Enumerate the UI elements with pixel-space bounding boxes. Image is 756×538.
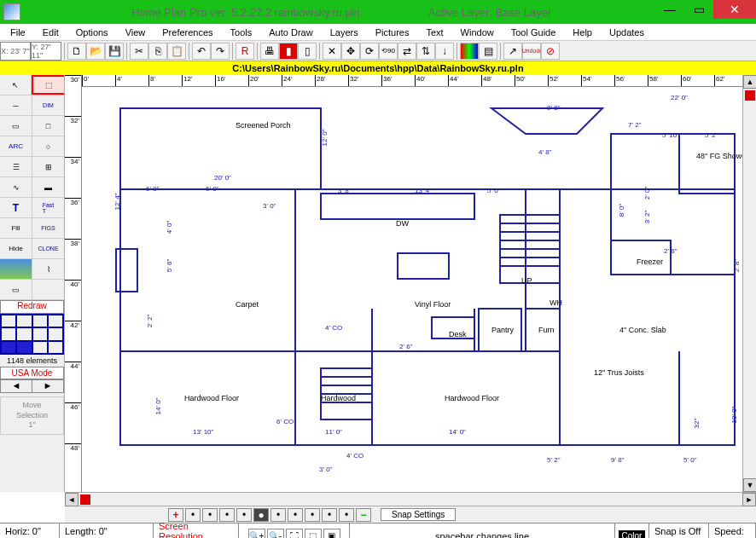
door-button[interactable]: ▯ [298,43,317,60]
id-tool[interactable]: ▭ [0,280,32,299]
menu-edit[interactable]: Edit [36,26,66,39]
menu-view[interactable]: View [119,26,153,39]
menu-text[interactable]: Text [419,26,450,39]
horizontal-scrollbar[interactable]: ◄ ► [65,492,756,506]
menu-preferences[interactable]: Preferences [155,26,219,39]
figs-tool[interactable]: FIGS [32,218,64,238]
menu-tools[interactable]: Tools [224,26,259,39]
snap-plus[interactable]: + [168,508,183,522]
select-tool[interactable]: ⬚ [32,75,64,95]
snap-10[interactable]: • [339,508,354,522]
rotate-button[interactable]: ⟳ [360,43,379,60]
zoom-fit[interactable]: ⛶ [286,529,303,539]
scroll-left[interactable]: ◄ [65,493,79,506]
pointer-tool[interactable]: ↖ [0,75,32,95]
snap-3[interactable]: • [219,508,235,522]
menu-autodraw[interactable]: Auto Draw [262,26,319,39]
snap-settings-button[interactable]: Snap Settings [381,508,456,521]
move-button[interactable]: ✥ [341,43,360,60]
menu-layers[interactable]: Layers [323,26,365,39]
scroll-marker[interactable] [745,90,755,101]
colors-button[interactable] [460,43,479,60]
nudge-right[interactable]: ► [32,380,63,392]
rect2-tool[interactable]: □ [32,116,64,136]
stop-button[interactable]: ⊘ [541,43,560,60]
menu-window[interactable]: Window [454,26,501,39]
snap-minus[interactable]: − [356,508,371,522]
scroll-right[interactable]: ► [742,493,756,506]
zoom-in[interactable]: 🔍+ [248,529,265,539]
redo-icon-button[interactable]: R [236,43,254,60]
mirror-button[interactable]: ⇄ [398,43,416,60]
snap-8[interactable]: • [305,508,320,522]
snap-9[interactable]: • [322,508,337,522]
menu-file[interactable]: File [3,26,32,39]
new-button[interactable]: 🗋 [67,43,86,60]
usa-mode[interactable]: USA Mode [0,367,64,379]
text-tool[interactable]: T [0,198,32,217]
down-button[interactable]: ↓ [435,43,454,60]
nudge-left[interactable]: ◄ [1,380,32,392]
rot90-button[interactable]: ⟲90 [379,43,398,60]
hide-tool[interactable]: Hide [0,239,32,258]
copy-button[interactable]: ⎘ [148,43,167,60]
snap-2[interactable]: • [202,508,218,522]
image-tool[interactable] [0,259,32,279]
fasttext-tool[interactable]: Fast T [32,198,64,217]
zoom-all[interactable]: ▣ [323,529,340,539]
spline-tool[interactable]: ⌇ [32,259,64,279]
snap-7[interactable]: • [288,508,303,522]
clone-tool[interactable]: CLONE [32,239,64,258]
curve-tool[interactable]: ∿ [0,177,32,197]
menu-options[interactable]: Options [69,26,115,39]
undo2-button[interactable]: Undo⊘ [522,43,541,60]
redraw-button[interactable]: Redraw [0,300,64,314]
arc-tool[interactable]: ARC [0,136,32,156]
flipv-button[interactable]: ⇅ [416,43,435,60]
redo-button[interactable]: ↷ [211,43,230,60]
wall-pattern-grid[interactable] [0,314,64,355]
room-label: Carpet [236,300,259,309]
menu-pictures[interactable]: Pictures [369,26,416,39]
minimize-button[interactable]: — [655,0,684,19]
circle-tool[interactable]: ○ [32,136,64,156]
open-button[interactable]: 📂 [86,43,105,60]
snap-6[interactable]: • [270,508,286,522]
undo-button[interactable]: ↶ [192,43,211,60]
dim-tool[interactable]: DIM [32,95,64,115]
print-button[interactable]: 🖶 [260,43,279,60]
close-button[interactable]: ✕ [713,0,756,19]
arrow-button[interactable]: ↗ [503,43,522,60]
scroll-up[interactable]: ▲ [743,75,756,89]
menu-help[interactable]: Help [566,26,599,39]
save-button[interactable]: 💾 [105,43,124,60]
line-tool[interactable]: ─ [0,95,32,115]
zoom-sel[interactable]: ⬚ [305,529,322,539]
rect-tool[interactable]: ▭ [0,116,32,136]
menu-toolguide[interactable]: Tool Guide [504,26,563,39]
snap-5[interactable]: ● [253,508,269,522]
cut-button[interactable]: ✂ [130,43,148,60]
color-button[interactable]: Color [619,530,646,538]
window-tool[interactable]: ⊞ [32,157,64,176]
paste-button[interactable]: 📋 [167,43,186,60]
menu-updates[interactable]: Updates [602,26,651,39]
scroll-down[interactable]: ▼ [743,478,756,492]
dimension-label: 2' 0" [643,187,651,200]
maximize-button[interactable]: ▭ [684,0,713,19]
cross-button[interactable]: ✕ [323,43,341,60]
grid-button[interactable]: ▤ [479,43,497,60]
fill-tool[interactable]: Fill [0,218,32,238]
snap-1[interactable]: • [185,508,201,522]
layers-button[interactable]: ▮ [279,43,298,60]
vertical-scrollbar[interactable]: ▲ ▼ [742,75,756,492]
stairs-tool[interactable]: ☰ [0,157,32,176]
drawing-canvas[interactable]: Screened PorchCarpetVinyl FloorPantryDes… [82,87,742,492]
dimension-label: 10' 0" [730,407,738,424]
blank-tool[interactable] [32,280,64,299]
zoom-out[interactable]: 🔍- [267,529,284,539]
hscroll-marker[interactable] [80,495,90,505]
cabinet-tool[interactable]: ▬ [32,177,64,197]
element-count: 1148 elements [0,355,64,367]
snap-4[interactable]: • [236,508,252,522]
